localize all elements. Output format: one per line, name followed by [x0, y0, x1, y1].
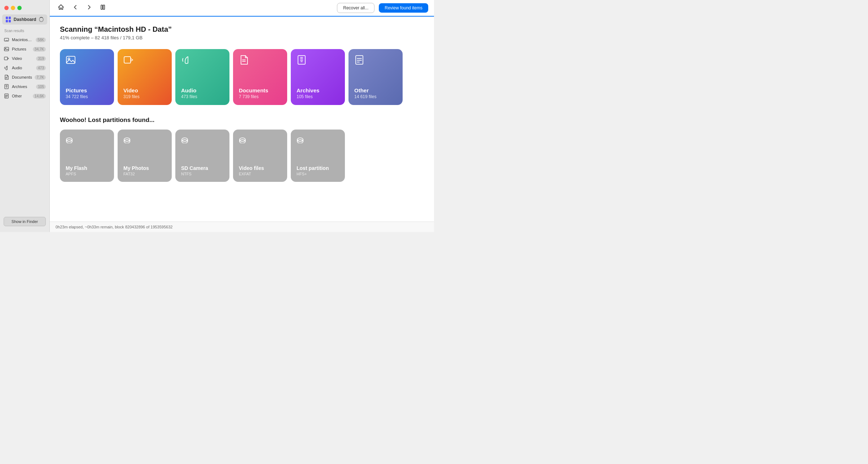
audio-card-name: Audio	[181, 87, 224, 93]
videofiles-card-name: Video files	[239, 165, 281, 171]
sidebar-item-other-count: 14,6K	[33, 94, 46, 99]
documents-card-count: 7 739 files	[239, 94, 281, 99]
sidebar-item-pictures-count: 34,7K	[33, 47, 46, 52]
file-card-pictures[interactable]: Pictures 34 722 files	[60, 49, 114, 105]
audio-card-count: 473 files	[181, 94, 224, 99]
dashboard-button[interactable]: Dashboard	[2, 14, 47, 25]
myflash-card-icon	[66, 135, 108, 145]
partition-card-sdcamera[interactable]: SD Camera NTFS	[175, 130, 229, 182]
archives-card-name: Archives	[297, 87, 339, 93]
review-found-items-button[interactable]: Review found items	[379, 3, 428, 13]
lostpartition-card-fs: HFS+	[297, 172, 339, 176]
audio-card-icon	[181, 55, 224, 67]
sidebar-item-audio-name: Audio	[12, 66, 34, 70]
partition-cards: My Flash APFS My Photos FAT32 SD Camera …	[60, 130, 424, 182]
sidebar-item-video-count: 319	[36, 56, 46, 61]
audio-icon	[4, 65, 9, 71]
file-card-documents[interactable]: Documents 7 739 files	[233, 49, 287, 105]
partition-card-lostpartition[interactable]: Lost partition HFS+	[291, 130, 345, 182]
svg-rect-19	[66, 56, 75, 64]
show-in-finder-button[interactable]: Show in Finder	[4, 217, 46, 226]
picture-icon	[4, 46, 9, 52]
sidebar-item-documents[interactable]: Documents 7,7K	[0, 73, 49, 82]
pause-button[interactable]	[98, 3, 108, 13]
lostpartition-card-name: Lost partition	[297, 165, 339, 171]
status-text: 0h23m elapsed, ~0h33m remain, block 8204…	[56, 225, 172, 229]
partition-card-myflash[interactable]: My Flash APFS	[60, 130, 114, 182]
dashboard-icon	[6, 17, 11, 22]
sidebar-item-documents-count: 7,7K	[35, 75, 46, 80]
sidebar-item-macintosh-count: 58K	[36, 38, 46, 42]
sdcamera-card-fs: NTFS	[181, 172, 224, 176]
sidebar: Dashboard Scan results Macintosh HD - Da…	[0, 0, 50, 232]
back-button[interactable]	[71, 3, 80, 13]
scan-results-label: Scan results	[0, 27, 49, 35]
myphotos-card-fs: FAT32	[123, 172, 166, 176]
svg-rect-0	[4, 38, 9, 41]
minimize-button[interactable]	[11, 6, 15, 10]
svg-rect-21	[124, 57, 131, 63]
partitions-section-title: Woohoo! Lost partitions found...	[60, 117, 424, 124]
svg-marker-6	[8, 58, 9, 59]
documents-icon	[4, 74, 9, 80]
sidebar-item-archives[interactable]: Archives 105	[0, 82, 49, 91]
documents-card-name: Documents	[239, 87, 281, 93]
svg-marker-22	[131, 58, 133, 61]
sidebar-item-macintosh-name: Macintosh HD - Da...	[12, 38, 33, 42]
sidebar-item-video-name: Video	[12, 56, 34, 61]
sdcamera-card-icon	[181, 135, 224, 145]
myphotos-card-name: My Photos	[123, 165, 166, 171]
archives-icon	[4, 84, 9, 89]
sidebar-item-documents-name: Documents	[12, 75, 32, 79]
videofiles-card-fs: EXFAT	[239, 172, 281, 176]
file-card-video[interactable]: Video 319 files	[118, 49, 172, 105]
videofiles-card-icon	[239, 135, 281, 145]
lostpartition-card-icon	[297, 135, 339, 145]
other-card-name: Other	[354, 87, 397, 93]
archives-card-icon	[297, 55, 339, 67]
dashboard-label: Dashboard	[14, 17, 36, 22]
documents-card-icon	[239, 55, 281, 67]
pictures-card-count: 34 722 files	[66, 94, 108, 99]
content-area: Scanning “Macintosh HD - Data” 41% compl…	[50, 17, 434, 222]
video-icon	[4, 56, 9, 61]
sidebar-item-video[interactable]: Video 319	[0, 54, 49, 63]
other-card-count: 14 619 files	[354, 94, 397, 99]
sidebar-item-other-name: Other	[12, 94, 30, 98]
pictures-card-name: Pictures	[66, 87, 108, 93]
status-bar: 0h23m elapsed, ~0h33m remain, block 8204…	[50, 222, 434, 232]
file-card-audio[interactable]: Audio 473 files	[175, 49, 229, 105]
sidebar-item-pictures-name: Pictures	[12, 47, 30, 51]
sidebar-item-macintosh[interactable]: Macintosh HD - Da... 58K	[0, 35, 49, 44]
svg-rect-18	[103, 5, 105, 9]
sidebar-item-archives-count: 105	[36, 84, 46, 89]
video-card-icon	[123, 55, 166, 67]
pictures-card-icon	[66, 55, 108, 67]
sidebar-item-pictures[interactable]: Pictures 34,7K	[0, 44, 49, 54]
sidebar-item-audio[interactable]: Audio 473	[0, 63, 49, 73]
sdcamera-card-name: SD Camera	[181, 165, 224, 171]
svg-rect-17	[101, 5, 102, 9]
myphotos-card-icon	[123, 135, 166, 145]
loading-spinner	[39, 17, 44, 22]
other-card-icon	[354, 55, 397, 67]
forward-button[interactable]	[84, 3, 94, 13]
scan-subtitle: 41% complete – 82 418 files / 179,1 GB	[60, 35, 424, 40]
home-button[interactable]	[56, 3, 66, 13]
close-button[interactable]	[4, 6, 9, 10]
sidebar-item-other[interactable]: Other 14,6K	[0, 91, 49, 101]
traffic-lights	[0, 3, 49, 14]
recover-all-button[interactable]: Recover all...	[337, 3, 374, 13]
svg-rect-5	[4, 57, 8, 60]
file-card-other[interactable]: Other 14 619 files	[348, 49, 403, 105]
myflash-card-name: My Flash	[66, 165, 108, 171]
sidebar-item-audio-count: 473	[36, 66, 46, 70]
partition-card-myphotos[interactable]: My Photos FAT32	[118, 130, 172, 182]
maximize-button[interactable]	[17, 6, 22, 10]
sidebar-item-archives-name: Archives	[12, 84, 34, 89]
file-card-archives[interactable]: Archives 105 files	[291, 49, 345, 105]
partition-card-videofiles[interactable]: Video files EXFAT	[233, 130, 287, 182]
archives-card-count: 105 files	[297, 94, 339, 99]
drive-icon	[4, 37, 9, 43]
toolbar: Recover all... Review found items	[50, 0, 434, 17]
